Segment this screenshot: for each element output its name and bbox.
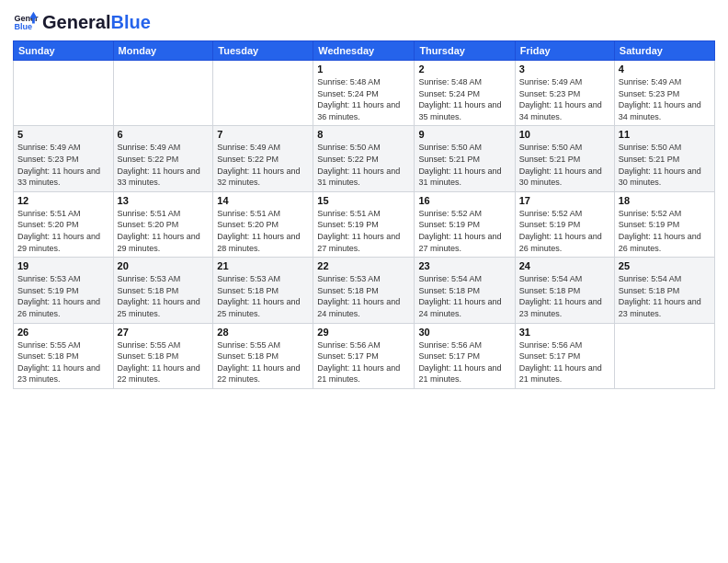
calendar-cell-empty (14, 61, 114, 126)
calendar-cell: 3Sunrise: 5:49 AMSunset: 5:23 PMDaylight… (515, 61, 614, 126)
calendar-cell: 30Sunrise: 5:56 AMSunset: 5:17 PMDayligh… (415, 323, 515, 388)
cell-info: Sunrise: 5:53 AMSunset: 5:18 PMDaylight:… (118, 273, 210, 319)
logo-blue: Blue (110, 12, 150, 32)
cell-day-number: 16 (418, 195, 510, 206)
calendar-cell-empty (113, 61, 213, 126)
cell-day-number: 1 (317, 63, 410, 75)
cell-day-number: 26 (17, 327, 109, 338)
logo-general: General (42, 12, 110, 32)
cell-day-number: 11 (619, 129, 711, 140)
cell-day-number: 15 (317, 195, 410, 206)
logo: General Blue GeneralBlue (13, 9, 151, 35)
calendar-cell: 23Sunrise: 5:54 AMSunset: 5:18 PMDayligh… (415, 258, 515, 323)
cell-info: Sunrise: 5:48 AMSunset: 5:24 PMDaylight:… (317, 76, 410, 122)
calendar-week-row: 12Sunrise: 5:51 AMSunset: 5:20 PMDayligh… (14, 191, 715, 257)
cell-day-number: 31 (519, 327, 610, 338)
calendar-cell: 7Sunrise: 5:49 AMSunset: 5:22 PMDaylight… (213, 126, 313, 191)
cell-day-number: 2 (418, 63, 510, 75)
cell-info: Sunrise: 5:54 AMSunset: 5:18 PMDaylight:… (619, 273, 711, 319)
cell-day-number: 3 (519, 63, 610, 75)
cell-day-number: 19 (17, 260, 109, 271)
cell-day-number: 4 (619, 63, 711, 75)
cell-info: Sunrise: 5:52 AMSunset: 5:19 PMDaylight:… (519, 208, 610, 254)
cell-info: Sunrise: 5:54 AMSunset: 5:18 PMDaylight:… (418, 273, 510, 319)
calendar-cell-empty (614, 323, 714, 388)
cell-info: Sunrise: 5:56 AMSunset: 5:17 PMDaylight:… (317, 339, 410, 385)
cell-info: Sunrise: 5:49 AMSunset: 5:22 PMDaylight:… (118, 142, 210, 188)
calendar-cell: 21Sunrise: 5:53 AMSunset: 5:18 PMDayligh… (213, 258, 313, 323)
calendar-cell: 12Sunrise: 5:51 AMSunset: 5:20 PMDayligh… (14, 191, 114, 257)
cell-info: Sunrise: 5:56 AMSunset: 5:17 PMDaylight:… (519, 339, 610, 385)
cell-info: Sunrise: 5:50 AMSunset: 5:22 PMDaylight:… (317, 142, 410, 188)
calendar-cell: 20Sunrise: 5:53 AMSunset: 5:18 PMDayligh… (113, 258, 213, 323)
calendar-cell: 8Sunrise: 5:50 AMSunset: 5:22 PMDaylight… (313, 126, 415, 191)
calendar-cell: 15Sunrise: 5:51 AMSunset: 5:19 PMDayligh… (313, 191, 415, 257)
cell-info: Sunrise: 5:56 AMSunset: 5:17 PMDaylight:… (418, 339, 510, 385)
calendar-cell: 4Sunrise: 5:49 AMSunset: 5:23 PMDaylight… (614, 61, 714, 126)
cell-info: Sunrise: 5:52 AMSunset: 5:19 PMDaylight:… (418, 208, 510, 254)
weekday-header-tuesday: Tuesday (213, 41, 313, 61)
cell-info: Sunrise: 5:50 AMSunset: 5:21 PMDaylight:… (418, 142, 510, 188)
cell-info: Sunrise: 5:53 AMSunset: 5:18 PMDaylight:… (217, 273, 309, 319)
weekday-header-thursday: Thursday (415, 41, 515, 61)
cell-day-number: 8 (317, 129, 410, 140)
calendar-cell: 22Sunrise: 5:53 AMSunset: 5:18 PMDayligh… (313, 258, 415, 323)
calendar-week-row: 5Sunrise: 5:49 AMSunset: 5:23 PMDaylight… (14, 126, 715, 191)
calendar-cell: 16Sunrise: 5:52 AMSunset: 5:19 PMDayligh… (415, 191, 515, 257)
cell-day-number: 17 (519, 195, 610, 206)
cell-info: Sunrise: 5:49 AMSunset: 5:23 PMDaylight:… (17, 142, 109, 188)
weekday-header-monday: Monday (113, 41, 213, 61)
cell-day-number: 25 (619, 260, 711, 271)
calendar-cell: 26Sunrise: 5:55 AMSunset: 5:18 PMDayligh… (14, 323, 114, 388)
cell-info: Sunrise: 5:55 AMSunset: 5:18 PMDaylight:… (118, 339, 210, 385)
weekday-header-sunday: Sunday (14, 41, 114, 61)
cell-info: Sunrise: 5:55 AMSunset: 5:18 PMDaylight:… (17, 339, 109, 385)
calendar-cell: 19Sunrise: 5:53 AMSunset: 5:19 PMDayligh… (14, 258, 114, 323)
cell-day-number: 10 (519, 129, 610, 140)
calendar-cell: 11Sunrise: 5:50 AMSunset: 5:21 PMDayligh… (614, 126, 714, 191)
calendar-cell-empty (213, 61, 313, 126)
calendar-cell: 2Sunrise: 5:48 AMSunset: 5:24 PMDaylight… (415, 61, 515, 126)
cell-info: Sunrise: 5:48 AMSunset: 5:24 PMDaylight:… (418, 76, 510, 122)
cell-day-number: 24 (519, 260, 610, 271)
weekday-header-saturday: Saturday (614, 41, 714, 61)
cell-day-number: 18 (619, 195, 711, 206)
calendar-cell: 29Sunrise: 5:56 AMSunset: 5:17 PMDayligh… (313, 323, 415, 388)
calendar-cell: 31Sunrise: 5:56 AMSunset: 5:17 PMDayligh… (515, 323, 614, 388)
calendar-cell: 1Sunrise: 5:48 AMSunset: 5:24 PMDaylight… (313, 61, 415, 126)
cell-info: Sunrise: 5:49 AMSunset: 5:22 PMDaylight:… (217, 142, 309, 188)
cell-info: Sunrise: 5:50 AMSunset: 5:21 PMDaylight:… (519, 142, 610, 188)
header: General Blue GeneralBlue (13, 9, 715, 35)
calendar-week-row: 19Sunrise: 5:53 AMSunset: 5:19 PMDayligh… (14, 258, 715, 323)
cell-info: Sunrise: 5:51 AMSunset: 5:20 PMDaylight:… (17, 208, 109, 254)
calendar-cell: 14Sunrise: 5:51 AMSunset: 5:20 PMDayligh… (213, 191, 313, 257)
calendar-cell: 17Sunrise: 5:52 AMSunset: 5:19 PMDayligh… (515, 191, 614, 257)
cell-day-number: 14 (217, 195, 309, 206)
calendar-cell: 10Sunrise: 5:50 AMSunset: 5:21 PMDayligh… (515, 126, 614, 191)
calendar-cell: 27Sunrise: 5:55 AMSunset: 5:18 PMDayligh… (113, 323, 213, 388)
cell-info: Sunrise: 5:51 AMSunset: 5:19 PMDaylight:… (317, 208, 410, 254)
weekday-header-friday: Friday (515, 41, 614, 61)
cell-day-number: 9 (418, 129, 510, 140)
calendar-cell: 25Sunrise: 5:54 AMSunset: 5:18 PMDayligh… (614, 258, 714, 323)
calendar-cell: 24Sunrise: 5:54 AMSunset: 5:18 PMDayligh… (515, 258, 614, 323)
cell-day-number: 6 (118, 129, 210, 140)
calendar-cell: 18Sunrise: 5:52 AMSunset: 5:19 PMDayligh… (614, 191, 714, 257)
cell-day-number: 7 (217, 129, 309, 140)
calendar-cell: 13Sunrise: 5:51 AMSunset: 5:20 PMDayligh… (113, 191, 213, 257)
cell-day-number: 13 (118, 195, 210, 206)
cell-info: Sunrise: 5:55 AMSunset: 5:18 PMDaylight:… (217, 339, 309, 385)
weekday-header-wednesday: Wednesday (313, 41, 415, 61)
cell-info: Sunrise: 5:49 AMSunset: 5:23 PMDaylight:… (519, 76, 610, 122)
calendar: SundayMondayTuesdayWednesdayThursdayFrid… (13, 40, 715, 389)
cell-info: Sunrise: 5:51 AMSunset: 5:20 PMDaylight:… (118, 208, 210, 254)
logo-icon: General Blue (13, 9, 39, 35)
calendar-cell: 9Sunrise: 5:50 AMSunset: 5:21 PMDaylight… (415, 126, 515, 191)
cell-day-number: 28 (217, 327, 309, 338)
cell-day-number: 29 (317, 327, 410, 338)
cell-day-number: 12 (17, 195, 109, 206)
calendar-header-row: SundayMondayTuesdayWednesdayThursdayFrid… (14, 41, 715, 61)
cell-info: Sunrise: 5:52 AMSunset: 5:19 PMDaylight:… (619, 208, 711, 254)
cell-info: Sunrise: 5:49 AMSunset: 5:23 PMDaylight:… (619, 76, 711, 122)
cell-day-number: 21 (217, 260, 309, 271)
